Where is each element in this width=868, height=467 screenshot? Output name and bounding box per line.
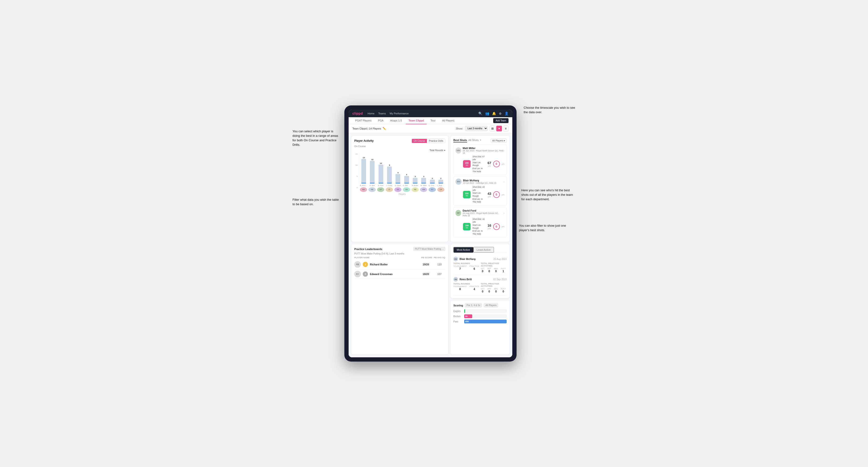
stat-value: 43	[488, 192, 491, 195]
practice-leaderboard-card: Practice Leaderboards PUTT Must Make Put…	[351, 244, 448, 354]
least-active-tab[interactable]: Least Active	[473, 247, 494, 253]
x-axis-label: D. Ford	[377, 185, 384, 186]
shot-item-header: BM Blair McHarg 23 Jul 2023 · Ashridge G…	[456, 179, 504, 185]
leaderboard-filter-button[interactable]: PUTT Must Make Putting ...	[413, 247, 445, 251]
activity-stats: Total Rounds Tournament 7 Practice 6 Tot…	[453, 262, 507, 273]
tab-tour[interactable]: Tour	[428, 117, 438, 124]
heart-view-button[interactable]: ♥	[496, 126, 502, 131]
app-stat: APP 0	[487, 288, 491, 293]
tablet: clippd Home Teams My Performance 🔍 👥 🔔 ⊕…	[344, 105, 517, 362]
scoring-filter1[interactable]: Par 3, 4 & 5s	[465, 303, 482, 307]
nav-icons: 🔍 👥 🔔 ⊕ 👤	[478, 112, 508, 115]
gtt-stat: GTT 0	[481, 268, 485, 273]
shot-item: MM Matt Miller 09 Jun 2023 · Royal North…	[453, 145, 507, 175]
on-course-label: On Course	[354, 145, 445, 148]
bar-group: 3	[412, 176, 418, 184]
shot-item: BM Blair McHarg 23 Jul 2023 · Ashridge G…	[453, 177, 507, 206]
user-icon[interactable]: 👤	[504, 112, 508, 115]
users-icon[interactable]: 👥	[485, 112, 489, 115]
stat-value: 67	[488, 161, 491, 165]
scoring-bar-inner: 3	[464, 309, 465, 313]
player-name: Matt Miller	[463, 147, 503, 150]
right-bottom-grid: Most Active Least Active BM Blair McHarg…	[451, 244, 509, 354]
on-course-toggle[interactable]: On Course	[412, 139, 427, 143]
bar-group: 4	[403, 174, 410, 184]
all-players-dropdown[interactable]: All Players ▾	[491, 139, 507, 143]
nav-link-performance[interactable]: My Performance	[390, 112, 409, 115]
bar-highlight	[370, 183, 375, 184]
player-detail: Blair McHarg 23 Jul 2023 · Ashridge GC, …	[463, 179, 496, 184]
player-row-name: Richard Butler	[370, 263, 418, 266]
tab-pga[interactable]: PGA	[375, 117, 386, 124]
player-mini-avatar: RB	[412, 187, 418, 192]
view-icons: ⊞ ♥ ≡	[490, 126, 508, 131]
badge-sub: SG	[466, 164, 468, 166]
player-activity-card: Player Activity On Course Practice Drill…	[351, 136, 448, 242]
tab-pgat-players[interactable]: PGAT Players	[352, 117, 374, 124]
activity-date: 02 Sep 2023	[493, 278, 507, 281]
bar-chart-wrapper: 15 10 5 0 13 12 10	[354, 153, 445, 195]
tablet-screen: clippd Home Teams My Performance 🔍 👥 🔔 ⊕…	[349, 110, 512, 357]
rounds-stat-group: Total Rounds Tournament 7 Practice 6	[453, 262, 479, 273]
scoring-bar-inner: 96	[464, 314, 472, 318]
player-meta: 23 Jul 2023 · Ashridge GC, Hole 15	[463, 182, 496, 184]
rounds-title: Total Rounds	[453, 262, 479, 264]
stat-unit-yds2: yds	[502, 163, 504, 165]
shot-items: MM Matt Miller 09 Jun 2023 · Royal North…	[453, 145, 507, 238]
most-active-card: Most Active Least Active BM Blair McHarg…	[451, 244, 509, 298]
most-active-tab[interactable]: Most Active	[453, 247, 473, 253]
activity-players: BM Blair McHarg 26 Aug 2023 Total Rounds…	[453, 255, 507, 295]
bar-value: 13	[363, 157, 365, 159]
grid-view-button[interactable]: ⊞	[490, 126, 495, 131]
scoring-bars: Eagles 3 Birdies 96 Pars 499	[453, 309, 507, 323]
add-team-button[interactable]: Add Team	[493, 118, 508, 123]
shot-description: Shot Dist: 16 ydsStart Lie: RoughEnd Lie…	[472, 218, 486, 236]
tab-best-shots[interactable]: Best Shots	[453, 139, 467, 143]
player-info: BM Blair McHarg 23 Jul 2023 · Ashridge G…	[456, 179, 496, 185]
list-view-button[interactable]: ≡	[503, 126, 508, 131]
practice-activities-group: Total Practice Activities GTT 0 APP 0 AR…	[481, 283, 507, 293]
activity-avatar: BM	[453, 257, 458, 261]
bell-icon[interactable]: 🔔	[492, 112, 496, 115]
practice-drills-toggle[interactable]: Practice Drills	[427, 139, 445, 143]
leaderboard-title: Practice Leaderboards	[354, 248, 382, 250]
chart-filter: Total Rounds ▾	[354, 149, 445, 152]
show-filter: Show: Last 3 months Last 6 months Last y…	[456, 126, 508, 131]
edit-icon[interactable]: ✏️	[382, 127, 386, 130]
tab-team-clippd[interactable]: Team Clippd	[406, 117, 427, 124]
chevron-right-icon[interactable]: ›	[503, 180, 504, 184]
bar-highlight	[421, 183, 426, 184]
nav-link-home[interactable]: Home	[368, 112, 374, 115]
avg-score: 110	[434, 263, 445, 266]
tab-all-shots[interactable]: All Shots	[468, 139, 478, 143]
putt-stat: PUTT 0	[501, 288, 506, 293]
shot-description: Shot Dist: 67 ydsStart Lie: RoughEnd Lie…	[472, 155, 486, 173]
player-row-info: Richard Butler	[370, 263, 418, 266]
player-mini-avatar: MM	[420, 187, 427, 192]
activity-player: RB Rees Britt 02 Sep 2023 Total Rounds T…	[453, 275, 507, 295]
chevron-right-icon[interactable]: ›	[503, 149, 504, 152]
leaderboard-subtitle: PUTT Must Make Putting (3-6 ft), Last 3 …	[354, 252, 445, 255]
arg-stat: ARG 0	[494, 288, 498, 293]
shot-item: DF David Ford 24 Aug 2023 · Royal North …	[453, 207, 507, 238]
player-row-name: Edward Crossman	[370, 273, 418, 276]
tab-all-players[interactable]: All Players	[439, 117, 457, 124]
search-icon[interactable]: 🔍	[478, 112, 483, 115]
team-label: Team Clippd | 14 Players ✏️	[352, 127, 386, 130]
bar	[413, 178, 417, 184]
bar-value: 10	[380, 162, 382, 164]
player-mini-avatar: EC	[429, 187, 436, 192]
practice-stat: Practice 6	[470, 265, 479, 271]
tab-hcaps[interactable]: Hcaps 1-5	[387, 117, 405, 124]
bar-group: 13	[360, 157, 367, 184]
nav-link-teams[interactable]: Teams	[378, 112, 386, 115]
plus-circle-icon[interactable]: ⊕	[499, 112, 502, 115]
player-detail: Matt Miller 09 Jun 2023 · Royal North De…	[463, 147, 503, 154]
timeframe-select[interactable]: Last 3 months Last 6 months Last year	[465, 126, 488, 131]
x-axis-label: R. Butler	[412, 185, 418, 186]
scoring-filter2[interactable]: All Players	[484, 303, 498, 307]
tournament-stat: Tournament 8	[453, 285, 467, 291]
stat-zero: 0	[493, 161, 500, 167]
bar-value: 12	[371, 158, 373, 161]
chevron-right-icon[interactable]: ›	[503, 211, 504, 215]
